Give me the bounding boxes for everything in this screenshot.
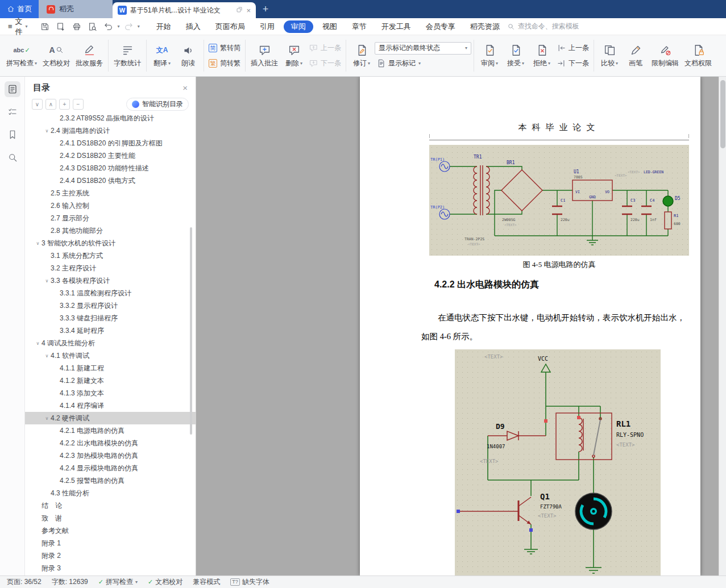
toc-item[interactable]: 附录 1 [25,537,196,549]
document-scrollbar-thumb[interactable] [720,80,725,148]
outline-panel-button[interactable] [5,81,20,97]
close-icon[interactable]: × [182,83,188,93]
zoom-in-outline-button[interactable]: + [59,99,70,110]
export-button[interactable] [54,20,68,33]
figure-power-circuit[interactable]: TR(P1) TR(P2) TR1 BR1 U1 D5 C1 C3 C4 R1 [429,145,689,256]
figure-relay-circuit[interactable]: VCC D9 1N4007 RL1 RLY-SPNO Q1 FZT790A <T… [455,349,661,576]
toc-item[interactable]: 2.8 其他功能部分 [25,224,196,237]
delete-comment-button[interactable]: 删除▾ [281,37,307,74]
correction-service-button[interactable]: 批改服务 [73,37,106,74]
track-changes-button[interactable]: 修订▾ [349,37,375,74]
menu-tab[interactable]: 开发工具 [374,18,418,35]
undo-button[interactable] [102,20,116,33]
redo-button[interactable] [122,20,136,33]
compat-mode-indicator[interactable]: 兼容模式 [193,577,220,587]
task-list-panel-button[interactable] [5,104,20,120]
prev-comment-button[interactable]: 上一条 [307,42,343,55]
expander-icon[interactable]: ∨ [43,128,51,134]
customize-toolbar-caret-icon[interactable]: ▾ [138,24,140,29]
smart-toc-button[interactable]: 智能识别目录 [126,98,189,111]
toc-item[interactable]: 4.1.4 程序编译 [25,399,196,412]
toc-item[interactable]: ∨3 智能饮水机的软件设计 [25,237,196,249]
toc-item[interactable]: 致 谢 [25,512,196,524]
document-page[interactable]: 本科毕业论文 [360,77,700,576]
toc-item[interactable]: 附录 3 [25,562,196,574]
paragraph-line[interactable]: 如图 4-6 所示。 [421,327,690,346]
word-count-indicator[interactable]: 字数: 12639 [52,577,88,587]
toc-item[interactable]: 2.7 显示部分 [25,212,196,224]
restrict-editing-button[interactable]: 限制编辑 [649,37,682,74]
spell-check-button[interactable]: abc✓ 拼写检查▾ [3,37,40,74]
new-tab-button[interactable]: + [256,0,275,18]
toc-item[interactable]: 4.2.2 出水电路模块的仿真 [25,437,196,449]
markup-state-combobox[interactable]: 显示标记的最终状态 ▾ [375,42,471,55]
expander-icon[interactable]: ∨ [43,416,51,421]
bookmark-panel-button[interactable] [5,127,20,143]
paragraph-line[interactable]: 在通电状态下按下出水键，电动机开始转动，表示饮水机开始出水， [421,308,690,327]
toc-item[interactable]: 3.3.3 键盘扫描程序 [25,312,196,324]
toc-item[interactable]: 3.2 主程序设计 [25,262,196,274]
menu-tab[interactable]: 视图 [315,18,345,35]
insert-comment-button[interactable]: 插入批注 [248,37,281,74]
print-button[interactable] [70,20,84,33]
toc-item[interactable]: 2.4.3 DS18B20 功能特性描述 [25,162,196,174]
next-comment-button[interactable]: 下一条 [307,57,343,70]
compare-button[interactable]: 比较▾ [596,37,623,74]
read-aloud-button[interactable]: 朗读 [175,37,201,74]
menu-tab[interactable]: 审阅 [284,20,313,33]
doc-proof-indicator[interactable]: ✓ 文档校对 [148,577,182,587]
toc-item[interactable]: ∨4.1 软件调试 [25,349,196,362]
menu-tab[interactable]: 章节 [345,18,374,35]
expand-all-button[interactable]: ∨ [32,99,43,110]
toc-item[interactable]: 3.3.4 延时程序 [25,324,196,337]
menu-tab[interactable]: 稻壳资源 [463,18,507,35]
toc-item[interactable]: 4.1.1 新建工程 [25,362,196,374]
file-menu-button[interactable]: ≡ 文件 ▾ [0,16,34,37]
toc-item[interactable]: 结 论 [25,499,196,512]
toc-item[interactable]: ∨4 调试及性能分析 [25,337,196,349]
reject-change-button[interactable]: 拒绝▾ [529,37,555,74]
menu-tab[interactable]: 引用 [252,18,282,35]
menu-tab[interactable]: 开始 [149,18,179,35]
toc-item[interactable]: 4.2.5 报警电路的仿真 [25,474,196,487]
missing-font-indicator[interactable]: T? 缺失字体 [230,577,269,587]
toc-item[interactable]: 参考文献 [25,524,196,537]
accept-change-button[interactable]: 接受▾ [503,37,529,74]
toc-item[interactable]: 2.4.2 DS18B20 主要性能 [25,149,196,162]
toc-item[interactable]: 4.2.1 电源电路的仿真 [25,424,196,437]
translate-button[interactable]: 文A 翻译▾ [149,37,175,74]
doc-proof-button[interactable]: A 文档校对 [40,37,73,74]
menu-tab[interactable]: 会员专享 [418,18,463,35]
toc-item[interactable]: 3.1 系统分配方式 [25,249,196,262]
toc-item[interactable]: 4.1.2 新建文本 [25,374,196,387]
doc-permission-button[interactable]: 文档权限 [682,37,715,74]
pen-button[interactable]: 画笔 [623,37,649,74]
zoom-out-outline-button[interactable]: − [73,99,84,110]
command-search[interactable]: 查找命令、搜索模板 [507,22,579,31]
toc-item[interactable]: 附录 2 [25,549,196,562]
toc-item[interactable]: 4.2.4 显示模块电路的仿真 [25,462,196,474]
print-preview-button[interactable] [86,20,100,33]
toc-item[interactable]: 4.1.3 添加文本 [25,387,196,399]
spell-check-indicator[interactable]: ✓ 拼写检查 ▾ [98,577,138,587]
toc-item[interactable]: 2.4.4 DS18B20 供电方式 [25,174,196,187]
page-header-text[interactable]: 本科毕业论文 [429,122,689,133]
toc-item[interactable]: 3.3.1 温度检测程序设计 [25,287,196,299]
docer-tab[interactable]: 稻壳 [39,0,113,18]
toc-item[interactable]: 2.6 输入控制 [25,199,196,212]
toc-scrollbar-thumb[interactable] [190,227,192,435]
page-indicator[interactable]: 页面: 36/52 [7,577,42,587]
toc-item[interactable]: 2.5 主控系统 [25,187,196,199]
menu-tab[interactable]: 插入 [179,18,208,35]
word-count-button[interactable]: 字数统计 [111,37,144,74]
save-button[interactable] [38,20,52,33]
toc-item[interactable]: 4.3 性能分析 [25,487,196,499]
next-change-button[interactable]: 下一条 [555,57,591,70]
trad-to-simp-button[interactable]: 简 繁转简 [206,42,243,55]
expander-icon[interactable]: ∨ [43,278,51,283]
toc-item[interactable]: ∨3.3 各模块程序设计 [25,274,196,287]
find-panel-button[interactable] [5,149,20,165]
section-heading[interactable]: 4.2.2 出水电路模块的仿真 [434,279,539,291]
body-paragraph[interactable]: 在通电状态下按下出水键，电动机开始转动，表示饮水机开始出水， 如图 4-6 所示… [421,308,690,346]
prev-change-button[interactable]: 上一条 [555,42,591,55]
